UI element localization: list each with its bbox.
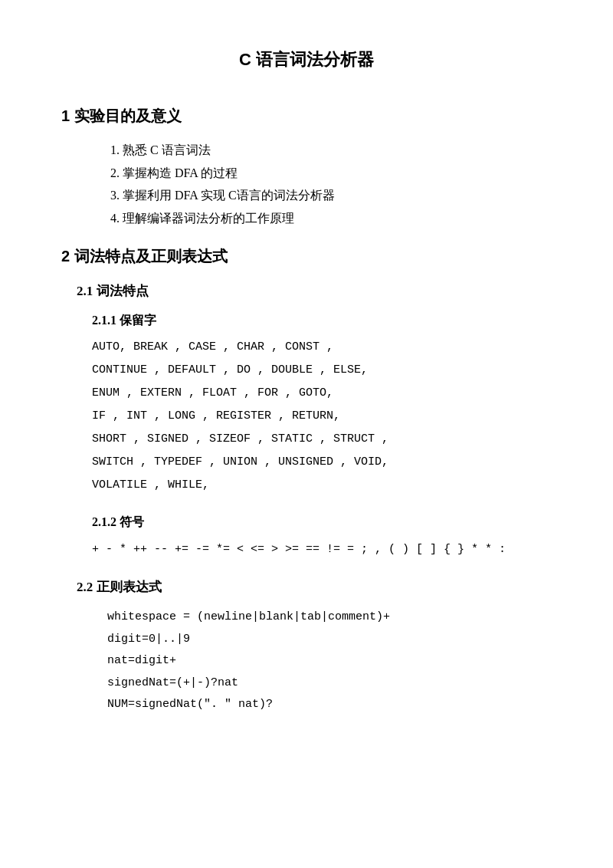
keywords-line2: CONTINUE , DEFAULT , DO , DOUBLE , ELSE, [92, 359, 552, 382]
page-title: C 语言词法分析器 [61, 46, 552, 73]
list-item: 熟悉 C 语言词法 [123, 140, 552, 160]
regex-block: whitespace = (newline|blank|tab|comment)… [107, 607, 552, 716]
keywords-block: AUTO, BREAK , CASE , CHAR , CONST , CONT… [92, 336, 552, 497]
list-item: 理解编译器词法分析的工作原理 [123, 209, 552, 229]
section1-heading: 1 实验目的及意义 [61, 104, 552, 128]
keywords-line4: IF , INT , LONG , REGISTER , RETURN, [92, 405, 552, 428]
list-item: 掌握构造 DFA 的过程 [123, 163, 552, 183]
list-item: 掌握利用 DFA 实现 C语言的词法分析器 [123, 186, 552, 205]
regex-line-1: whitespace = (newline|blank|tab|comment)… [107, 607, 552, 629]
section2-heading: 2 词法特点及正则表达式 [61, 244, 552, 268]
keywords-line3: ENUM , EXTERN , FLOAT , FOR , GOTO, [92, 382, 552, 405]
regex-line-2: digit=0|..|9 [107, 629, 552, 651]
keywords-line7: VOLATILE , WHILE, [92, 474, 552, 497]
keywords-line5: SHORT , SIGNED , SIZEOF , STATIC , STRUC… [92, 428, 552, 451]
keywords-line1: AUTO, BREAK , CASE , CHAR , CONST , [92, 336, 552, 359]
regex-line-5: NUM=signedNat(". " nat)? [107, 694, 552, 716]
section1-list: 熟悉 C 语言词法 掌握构造 DFA 的过程 掌握利用 DFA 实现 C语言的词… [123, 140, 552, 228]
section212-heading: 2.1.2 符号 [92, 512, 552, 532]
section211-heading: 2.1.1 保留字 [92, 311, 552, 330]
symbols-line: + - * ++ -- += -= *= < <= > >= == != = ;… [92, 538, 552, 561]
regex-line-3: nat=digit+ [107, 650, 552, 672]
keywords-line6: SWITCH , TYPEDEF , UNION , UNSIGNED , VO… [92, 451, 552, 474]
section21-heading: 2.1 词法特点 [77, 281, 552, 301]
section22-heading: 2.2 正则表达式 [77, 577, 552, 597]
symbols-block: + - * ++ -- += -= *= < <= > >= == != = ;… [92, 538, 552, 561]
regex-line-4: signedNat=(+|-)?nat [107, 672, 552, 695]
